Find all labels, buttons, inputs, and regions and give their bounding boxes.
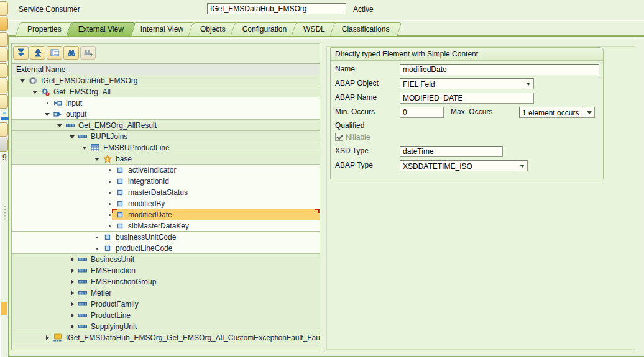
tree-node-modifiedBy[interactable]: modifiedBy [12,198,320,209]
interface-icon [29,76,37,85]
clipped-toolbar-button[interactable] [0,138,8,152]
expand-node-icon[interactable] [45,332,51,343]
tree-node-integrationId[interactable]: integrationId [12,176,320,187]
complex-element-icon [78,322,87,331]
tree-node-SupplyingUnit[interactable]: SupplyingUnit [12,321,320,332]
abap-object-value: FIEL Feld [400,79,533,89]
tree-node-ProductFamily[interactable]: ProductFamily [12,299,320,310]
expand-all-button[interactable] [13,46,29,60]
tab-strip: PropertiesExternal ViewInternal ViewObje… [17,22,396,36]
clipped-toolbar-button[interactable] [0,63,8,78]
tree-node-activeIndicator[interactable]: activeIndicator [12,165,320,176]
max-occurs-select[interactable]: 1 element occurs .. [519,107,595,118]
tree-node-Metier[interactable]: Metier [12,287,320,299]
expand-node-icon[interactable] [70,299,76,310]
tree-node-EMSBUProductLine[interactable]: EMSBUProductLine [12,142,320,153]
max-occurs-label: Max. Occurs [451,107,492,117]
collapse-node-icon[interactable] [20,75,26,86]
tree-node-IGet_EMSDataHub_EMSOrg_Get_EMSOrg_All_CustomExceptionFault_FaultM[interactable]: IGet_EMSDataHub_EMSOrg_Get_EMSOrg_All_Cu… [12,332,320,343]
tree-node-label: Get_EMSOrg_All [53,86,111,97]
expand-node-icon[interactable] [70,287,76,299]
tree-node-productLineCode[interactable]: productLineCode [12,243,320,254]
simple-element-icon [116,188,124,197]
tab-configuration[interactable]: Configuration [232,22,297,36]
tree-node-output[interactable]: output [12,109,320,120]
tree-node-IGet_EMSDataHub_EMSOrg[interactable]: IGet_EMSDataHub_EMSOrg [12,75,320,86]
collapse-all-button[interactable] [30,46,45,60]
xsd-type-input[interactable] [400,146,503,157]
simple-element-icon [116,210,124,219]
clipped-toolbar-button[interactable] [0,1,8,16]
tree-node-label: base [116,153,132,165]
complex-element-icon [78,255,87,264]
tree-node-input[interactable]: input [12,97,320,109]
detail-view-button[interactable] [47,46,62,60]
complex-element-icon [78,300,87,309]
nillable-checkbox [335,133,343,141]
complex-element-icon [78,311,87,320]
tree-node-label: masterDataStatus [128,187,188,198]
tree-node-masterDataStatus[interactable]: masterDataStatus [12,187,320,198]
tree-node-base[interactable]: base [12,153,320,165]
clipped-progress-bar [1,117,9,120]
tree-node-label: input [66,97,82,109]
collapse-node-icon[interactable] [57,120,63,131]
min-occurs-input[interactable] [400,107,444,118]
find-button[interactable] [63,46,79,60]
clipped-toolbar-button[interactable] [0,94,8,109]
name-input[interactable] [400,64,599,75]
tab-label: Properties [17,22,71,34]
tab-properties[interactable]: Properties [17,22,71,36]
collapse-node-icon[interactable] [45,109,51,120]
tab-internal-view[interactable]: Internal View [131,22,193,36]
nillable-label: Nillable [346,132,370,143]
find-next-button [80,46,96,60]
clipped-toolbar-button[interactable] [0,122,8,137]
expand-node-icon[interactable] [70,254,76,265]
clipped-toolbar-button[interactable] [0,48,8,62]
expand-node-icon[interactable] [70,321,76,332]
tab-external-view[interactable]: External View [68,22,134,36]
splitter-handle[interactable] [4,205,7,220]
expand-node-icon[interactable] [70,265,76,276]
tree-node-modifiedDate[interactable]: modifiedDate [12,209,320,220]
clipped-toolbar-button[interactable] [0,79,8,93]
abap-object-select[interactable]: FIEL Feld [400,78,534,89]
complex-element-icon [78,266,87,275]
expand-node-icon[interactable] [70,276,76,287]
tree-node-BusinessUnit[interactable]: BusinessUnit [12,254,320,265]
abap-type-row: ABAP Type XSDDATETIME_ISO [335,160,599,171]
tree-node-businessUnitCode[interactable]: businessUnitCode [12,232,320,243]
collapse-node-icon[interactable] [32,86,39,97]
complex-element-icon [78,132,87,141]
tree-node-EMSFunctionGroup[interactable]: EMSFunctionGroup [12,276,320,287]
expand-node-icon[interactable] [70,310,76,321]
abap-type-select[interactable]: XSDDATETIME_ISO [400,160,528,171]
clipped-toolbar-button[interactable] [0,32,8,47]
detail-view-icon [50,51,60,60]
abap-object-label: ABAP Object [335,78,379,89]
tree-node-Get_EMSOrg_AllResult[interactable]: Get_EMSOrg_AllResult [12,120,320,131]
tree-node-Get_EMSOrg_All[interactable]: Get_EMSOrg_All [12,86,320,97]
name-label: Name [335,64,355,75]
tree-node-ProductLine[interactable]: ProductLine [12,310,320,321]
tab-objects[interactable]: Objects [190,22,236,36]
collapse-node-icon[interactable] [70,131,76,142]
tree-node-label: IGet_EMSDataHub_EMSOrg_Get_EMSOrg_All_Cu… [66,332,320,343]
abap-name-input[interactable] [400,93,534,104]
tab-label: Configuration [232,22,297,34]
tree-node-slbMasterDataKey[interactable]: slbMasterDataKey [12,220,320,232]
tab-classifications[interactable]: Classifications [332,22,400,36]
tree-rows: IGet_EMSDataHub_EMSOrgGet_EMSOrg_Allinpu… [12,75,320,343]
tree-node-BUPLJoins[interactable]: BUPLJoins [12,131,320,142]
tree-node-EMSFunction[interactable]: EMSFunction [12,265,320,276]
tree-node-label: EMSFunctionGroup [91,276,156,287]
tree-node-label: slbMasterDataKey [128,220,189,232]
collapse-node-icon[interactable] [94,153,101,165]
collapse-node-icon[interactable] [82,142,88,153]
service-name-input[interactable] [207,3,346,14]
tree-toolbar [12,44,320,63]
clipped-toolbar-button[interactable] [0,17,8,31]
tree-node-label: Metier [91,287,111,299]
tab-wsdl[interactable]: WSDL [293,22,335,36]
